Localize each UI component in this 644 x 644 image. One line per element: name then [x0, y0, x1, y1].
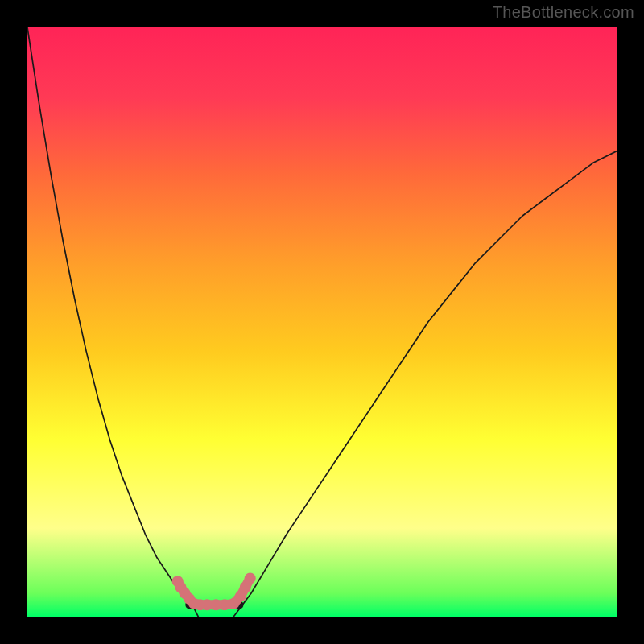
marker-stroke-right: [233, 578, 250, 603]
watermark-text: TheBottleneck.com: [493, 3, 634, 22]
chart-container: TheBottleneck.com: [0, 0, 644, 644]
chart-svg: [27, 27, 617, 617]
curve-left-curve: [27, 27, 198, 617]
curve-right-curve: [233, 151, 617, 617]
marker-stroke-bottom: [194, 604, 233, 605]
plot-area: [27, 27, 617, 617]
